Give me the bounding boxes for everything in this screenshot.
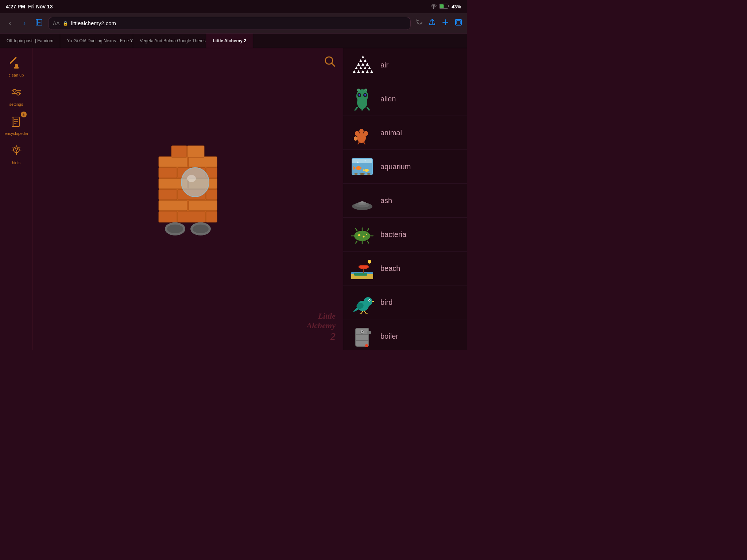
canvas-area[interactable]: Little Alchemy 2 [33,48,343,350]
element-alien-name: alien [380,95,396,103]
encyclopedia-badge: 5 [21,112,27,117]
tab-little-alchemy[interactable]: Little Alchemy 2 [206,34,253,48]
date-display: Fri Nov 13 [28,4,53,9]
tab-vegeta[interactable]: Vegeta And Bulma Google Thems... ✕ [133,34,206,48]
svg-point-95 [357,162,359,163]
element-bird-name: bird [380,298,392,307]
sidebar-item-encyclopedia[interactable]: 5 encyclopedia [4,114,28,136]
new-tab-button[interactable] [441,18,449,28]
svg-marker-54 [357,70,360,73]
sidebar-item-cleanup[interactable]: clean up [8,55,24,77]
tab-fandom-label: Off-topic post. | Fandom [7,38,53,43]
svg-point-113 [358,234,360,236]
svg-rect-42 [206,211,217,222]
lock-icon: 🔒 [63,21,68,26]
element-bacteria[interactable]: bacteria [343,218,467,252]
svg-rect-45 [187,146,204,158]
bird-icon [349,289,375,315]
share-button[interactable] [428,18,436,28]
svg-marker-65 [359,59,362,62]
svg-marker-62 [357,63,360,66]
left-sidebar: clean up settings [0,48,33,350]
cleanup-icon [8,55,24,71]
svg-point-51 [167,225,183,233]
tab-fandom[interactable]: Off-topic post. | Fandom [0,34,60,48]
svg-rect-118 [354,273,367,276]
svg-rect-2 [448,5,449,7]
tab-yugioh-label: Yu-Gi-Oh! Dueling Nexus - Free Y... [67,38,133,43]
svg-marker-55 [361,70,364,73]
svg-marker-67 [361,55,364,58]
svg-point-82 [355,131,359,136]
svg-point-115 [366,234,367,235]
battery-icon [439,4,449,10]
svg-rect-4 [457,20,460,24]
tab-little-alchemy-label: Little Alchemy 2 [213,38,246,43]
element-bird[interactable]: bird [343,285,467,319]
svg-marker-59 [359,66,362,69]
svg-point-52 [193,225,209,233]
svg-point-124 [364,297,372,306]
beach-icon [349,255,375,281]
svg-marker-56 [366,70,369,73]
bookmarks-button[interactable] [34,17,44,30]
svg-point-25 [325,57,333,64]
back-button[interactable]: ‹ [4,18,15,29]
tabs-button[interactable] [454,18,462,28]
tab-yugioh[interactable]: Yu-Gi-Oh! Dueling Nexus - Free Y... [60,34,133,48]
svg-line-21 [19,147,20,148]
air-icon [349,52,375,78]
svg-line-110 [356,241,357,243]
svg-rect-5 [10,57,17,64]
svg-point-11 [17,92,20,95]
element-beach-name: beach [380,264,400,273]
watermark-line1: Little [307,311,336,321]
svg-rect-40 [159,211,177,222]
right-panel: air [343,48,467,350]
bacteria-icon [349,221,375,248]
element-boiler[interactable]: boiler [343,319,467,350]
sidebar-item-hints[interactable]: hints [8,143,24,165]
settings-icon [8,85,24,101]
svg-marker-63 [361,63,364,66]
element-aquarium[interactable]: aquarium [343,150,467,184]
svg-marker-64 [366,63,369,66]
svg-marker-53 [353,70,356,73]
svg-point-10 [13,89,16,92]
element-beach[interactable]: beach [343,252,467,285]
forward-button[interactable]: › [19,18,30,29]
element-air-name: air [380,61,388,69]
svg-line-107 [356,229,357,231]
svg-line-109 [367,229,369,231]
svg-line-71 [367,108,369,110]
element-alien[interactable]: alien [343,82,467,116]
svg-rect-41 [178,211,205,222]
url-bar[interactable]: AA 🔒 littlealchemy2.com [48,17,411,30]
boiler-icon [349,323,375,349]
url-text: littlealchemy2.com [71,20,116,26]
cleanup-label: clean up [9,73,24,77]
search-button[interactable] [322,54,337,69]
svg-line-112 [367,241,369,243]
reload-button[interactable] [414,17,425,29]
element-air[interactable]: air [343,48,467,82]
svg-line-86 [358,142,359,144]
hints-icon [8,143,24,159]
svg-point-114 [363,236,365,238]
svg-rect-13 [13,117,14,127]
svg-marker-57 [370,70,373,73]
element-animal[interactable]: animal [343,116,467,150]
svg-line-130 [364,311,366,313]
animal-icon [349,120,375,146]
encyclopedia-label: encyclopedia [4,131,28,136]
element-ash[interactable]: ash [343,184,467,218]
svg-rect-28 [159,157,187,167]
sidebar-item-settings[interactable]: settings [8,85,24,106]
svg-rect-39 [189,201,217,211]
svg-rect-30 [159,168,177,178]
svg-point-47 [187,175,196,182]
svg-point-85 [354,136,357,141]
svg-rect-89 [352,163,372,175]
svg-point-83 [359,129,364,134]
svg-point-98 [359,173,365,175]
